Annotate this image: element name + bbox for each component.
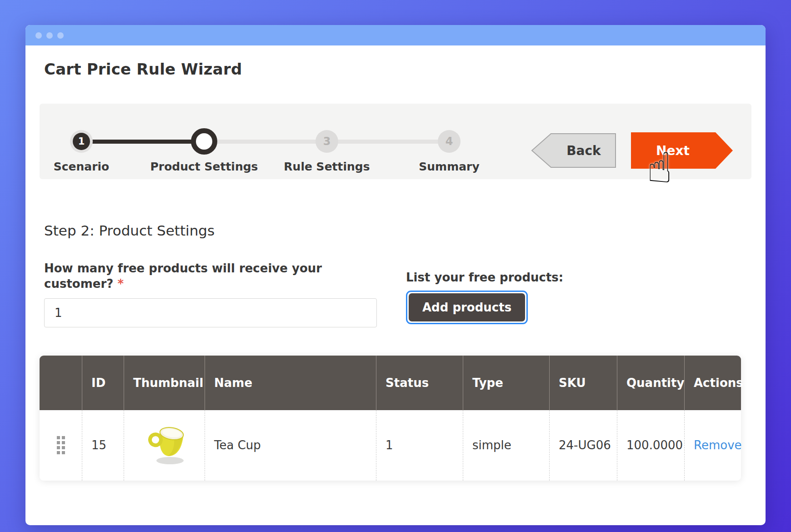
free-products-table: ID Thumbnail Name Status Type SKU Quanti… xyxy=(40,356,741,481)
table-row: 15 xyxy=(40,410,741,481)
settings-form: How many free products will receive your… xyxy=(44,261,751,327)
cell-sku: 24-UG06 xyxy=(549,410,617,481)
app-window: Cart Price Rule Wizard 1 Scenario Produc… xyxy=(25,25,766,525)
next-button-label: Next xyxy=(656,143,690,158)
step-3-label: Rule Settings xyxy=(268,160,386,173)
cell-type: simple xyxy=(463,410,549,481)
window-dot-icon xyxy=(35,32,42,39)
back-button[interactable]: Back xyxy=(531,132,616,169)
add-products-button[interactable]: Add products xyxy=(409,293,525,321)
free-products-list-label: List your free products: xyxy=(406,271,563,284)
col-id: ID xyxy=(82,356,124,410)
free-products-qty-label: How many free products will receive your… xyxy=(44,261,335,292)
required-asterisk: * xyxy=(117,277,124,291)
cell-actions: Remove xyxy=(684,410,741,481)
window-dot-icon xyxy=(46,32,53,39)
step-summary[interactable]: 4 Summary xyxy=(390,104,508,153)
step-rule-settings[interactable]: 3 Rule Settings xyxy=(268,104,386,153)
col-drag xyxy=(40,356,82,410)
col-thumbnail: Thumbnail xyxy=(124,356,205,410)
wizard-stepper: 1 Scenario Product Settings 3 Rule Setti… xyxy=(40,104,751,179)
step-3-circle: 3 xyxy=(315,130,338,153)
cell-name: Tea Cup xyxy=(205,410,376,481)
step-scenario[interactable]: 1 Scenario xyxy=(22,104,140,153)
drag-handle-icon[interactable] xyxy=(57,436,65,454)
tea-cup-image xyxy=(148,421,190,467)
back-button-label: Back xyxy=(551,132,616,169)
step-2-circle-active xyxy=(191,128,217,155)
col-actions: Actions xyxy=(684,356,741,410)
step-product-settings[interactable]: Product Settings xyxy=(145,104,263,155)
window-dot-icon xyxy=(57,32,64,39)
section-heading: Step 2: Product Settings xyxy=(44,222,751,239)
cell-quantity: 100.0000 xyxy=(617,410,684,481)
col-status: Status xyxy=(376,356,463,410)
page-title: Cart Price Rule Wizard xyxy=(44,60,751,78)
cell-id: 15 xyxy=(82,410,124,481)
step-2-label: Product Settings xyxy=(145,160,263,173)
free-products-qty-input[interactable] xyxy=(44,298,377,327)
col-type: Type xyxy=(463,356,549,410)
next-button[interactable]: Next xyxy=(631,132,733,169)
step-1-label: Scenario xyxy=(22,160,140,173)
add-products-focus-ring: Add products xyxy=(406,291,528,324)
step-4-label: Summary xyxy=(390,160,508,173)
table-header-row: ID Thumbnail Name Status Type SKU Quanti… xyxy=(40,356,741,410)
step-1-number: 1 xyxy=(73,133,90,150)
cell-thumbnail xyxy=(124,410,205,481)
step-1-circle: 1 xyxy=(70,130,93,153)
window-titlebar xyxy=(25,25,766,45)
step-4-circle: 4 xyxy=(438,130,461,153)
free-products-qty-label-text: How many free products will receive your… xyxy=(44,261,322,291)
col-sku: SKU xyxy=(549,356,617,410)
col-quantity: Quantity xyxy=(617,356,684,410)
drag-cell xyxy=(40,410,82,481)
col-name: Name xyxy=(205,356,376,410)
cell-status: 1 xyxy=(376,410,463,481)
remove-link[interactable]: Remove xyxy=(694,438,742,452)
